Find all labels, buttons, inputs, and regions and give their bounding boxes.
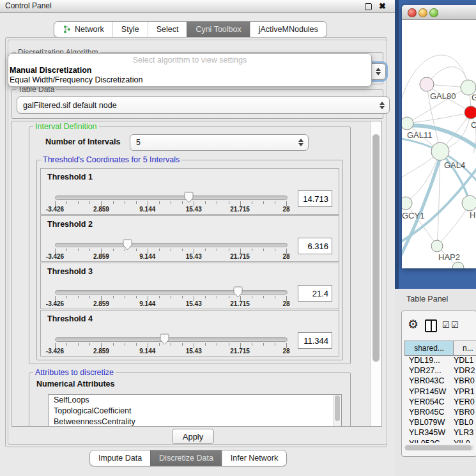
threshold-label: Threshold 4 (47, 314, 93, 323)
close-traffic-light-icon[interactable] (408, 8, 417, 17)
axis-label: 15.43 (186, 253, 202, 260)
right-side-area: GAL80GACGAL11GAL4GCY1HHAP2 Table Panel ⚙… (395, 0, 476, 476)
threshold-slider-track[interactable] (55, 196, 288, 200)
cell-name: YDL1 (454, 356, 476, 366)
threshold-value-field[interactable]: 21.4 (298, 285, 332, 302)
table-rows: YDL19...YDL1YDR27...YDR2YBR043CYBR0YPR14… (404, 356, 476, 443)
cell-name: YBR0 (454, 376, 476, 387)
axis-label: 28 (282, 206, 289, 213)
gear-icon[interactable]: ⚙ (408, 317, 418, 332)
zoom-traffic-light-icon[interactable] (429, 8, 438, 17)
threshold-slider-track[interactable] (55, 243, 288, 247)
table-data-combobox[interactable]: galFiltered.sif default node (17, 96, 390, 114)
tab-impute-data[interactable]: Impute Data (90, 450, 150, 466)
axis-label: 28 (282, 348, 289, 355)
tab-infer-network[interactable]: Infer Network (222, 450, 286, 466)
popup-option-equal-width[interactable]: Equal Width/Frequency Discretization (10, 75, 142, 84)
attribute-list-item[interactable]: SelfLoops (49, 395, 341, 406)
column-header-name[interactable]: n... (454, 341, 476, 356)
axis-label: 9.144 (139, 300, 155, 307)
network-node-gal80[interactable] (420, 77, 434, 91)
tab-discretize-data[interactable]: Discretize Data (150, 450, 222, 466)
network-window-titlebar[interactable] (402, 5, 476, 20)
network-node-label: HAP2 (438, 252, 460, 262)
control-panel: Control Panel ✖ NetworkStyleSelectCyni T… (0, 0, 395, 476)
network-node-label: GAL4 (444, 160, 465, 170)
cell-name: YER0 (454, 397, 476, 408)
table-row[interactable]: YER054CYER0 (404, 397, 476, 408)
cell-shared-name: YDL19... (404, 356, 454, 366)
table-row[interactable]: YDR27...YDR2 (404, 366, 476, 376)
axis-label: -3.426 (46, 253, 64, 260)
threshold-panel-1: Threshold 1-3.4262.8599.14415.4321.71528… (40, 168, 339, 215)
threshold-slider-track[interactable] (55, 337, 288, 342)
attribute-list-item[interactable]: TopologicalCoefficient (49, 406, 341, 417)
tab-label: Discretize Data (159, 454, 213, 463)
threshold-value-field[interactable]: 6.316 (298, 238, 332, 254)
float-window-icon[interactable] (365, 3, 372, 10)
axis-label: 15.43 (186, 348, 202, 355)
numerical-attributes-list[interactable]: SelfLoopsTopologicalCoefficientBetweenne… (48, 394, 342, 427)
panel-title: Control Panel (5, 1, 52, 10)
threshold-slider-track[interactable] (55, 290, 288, 295)
network-icon (63, 25, 71, 34)
select-all-checkbox-icon[interactable]: ☑ (442, 320, 450, 330)
tab-cyni-toolbox[interactable]: Cyni Toolbox (187, 22, 249, 37)
network-node-label: GAL11 (407, 130, 433, 140)
table-row[interactable]: YLR345WYLR3 (404, 428, 476, 438)
network-canvas[interactable]: GAL80GACGAL11GAL4GCY1HHAP2 (402, 19, 476, 268)
network-view-window[interactable]: GAL80GACGAL11GAL4GCY1HHAP2 (402, 5, 476, 268)
bottom-tab-bar: Impute DataDiscretize DataInfer Network (89, 450, 287, 466)
network-node-label: H (470, 210, 475, 220)
cell-name: YBR0 (454, 408, 476, 418)
num-intervals-combobox[interactable]: 5 (130, 134, 309, 151)
table-horizontal-scrollbar[interactable] (404, 445, 474, 450)
axis-label: 2.859 (93, 348, 109, 355)
settings-vertical-scrollbar[interactable] (371, 121, 381, 426)
column-header-shared[interactable]: shared... (404, 341, 454, 356)
top-tab-bar: NetworkStyleSelectCyni ToolboxjActiveMNo… (54, 21, 327, 38)
table-row[interactable]: YBL079WYBL0 (404, 418, 476, 428)
table-row[interactable]: YBR043CYBR0 (404, 376, 476, 387)
popup-option-manual[interactable]: Manual Discretization (10, 66, 92, 75)
axis-label: 21.715 (230, 253, 250, 260)
cell-shared-name: YBR045C (404, 408, 454, 418)
axis-label: -3.426 (46, 300, 64, 307)
thresholds-group-title: Threshold's Coordinates for 5 Intervals (41, 155, 181, 164)
cell-name: YLR3 (454, 428, 476, 438)
table-row[interactable]: YBR045CYBR0 (404, 408, 476, 418)
tab-style[interactable]: Style (112, 22, 148, 37)
split-columns-icon[interactable] (425, 319, 437, 332)
attribute-list-item[interactable]: BetweennessCentrality (49, 417, 341, 427)
table-row[interactable]: YPR145WYPR1 (404, 387, 476, 397)
network-node-gal4[interactable] (431, 142, 449, 160)
axis-label: 15.43 (186, 206, 202, 213)
tab-jactivemnodules[interactable]: jActiveMNodules (250, 22, 326, 37)
table-row[interactable]: YDL19...YDL1 (404, 356, 476, 366)
cell-shared-name: YIL052C (404, 439, 454, 443)
apply-button[interactable]: Apply (172, 429, 214, 444)
threshold-value-field[interactable]: 11.344 (298, 332, 332, 349)
tab-label: Select (157, 25, 179, 34)
control-panel-titlebar: Control Panel ✖ (0, 0, 395, 13)
tab-network[interactable]: Network (54, 22, 112, 37)
axis-label: 21.715 (230, 348, 250, 355)
network-node-h[interactable] (462, 196, 476, 211)
select-none-checkbox-icon[interactable]: ☑ (451, 320, 459, 330)
network-node-gcy1[interactable] (402, 197, 412, 210)
network-node-hap2[interactable] (431, 240, 443, 252)
cell-shared-name: YPR145W (404, 387, 454, 397)
popup-hint: Select algorithm to view settings (8, 56, 371, 65)
network-node-gal11[interactable] (402, 117, 413, 130)
close-icon[interactable]: ✖ (379, 1, 386, 11)
table-panel-card: ⚙ ☑ ☑ shared... n... YDL19...YDL1YDR27..… (401, 311, 476, 457)
table-row[interactable]: YIL052CYIL0 (404, 439, 476, 443)
numerical-attributes-label: Numerical Attributes (36, 380, 114, 388)
attributes-scrollbar[interactable] (333, 395, 341, 426)
threshold-value-field[interactable]: 14.713 (298, 190, 332, 207)
axis-label: 9.144 (139, 253, 155, 260)
network-node-label: C (471, 120, 476, 130)
minimize-traffic-light-icon[interactable] (418, 8, 427, 17)
network-node-c[interactable] (464, 106, 476, 119)
tab-select[interactable]: Select (148, 22, 187, 37)
